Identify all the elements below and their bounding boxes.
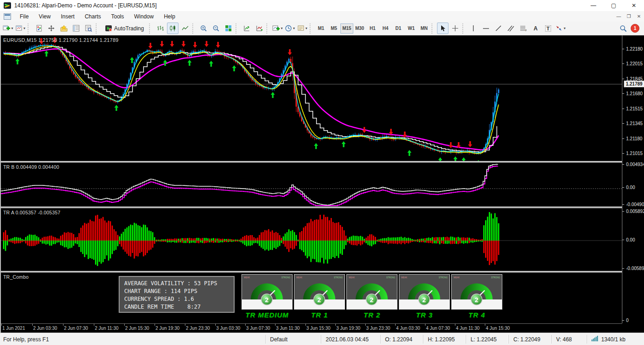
symbol-ohlc-label: EURUSD,M15 1.21758 1.21790 1.21744 1.217…	[3, 37, 119, 43]
market-watch-button[interactable]	[70, 23, 82, 34]
scale-tick	[622, 109, 624, 109]
buy-arrow-icon	[209, 61, 213, 67]
timeframe-mn-button[interactable]: MN	[418, 23, 431, 34]
buy-arrow-icon	[408, 150, 412, 156]
scale-tick	[622, 187, 624, 188]
arrows-tool-button[interactable]: ▾	[555, 23, 566, 34]
time-axis-label: 2 Jun 07:30	[64, 326, 88, 331]
toolbar: ▾ ▾ AutoTrading	[0, 22, 644, 35]
time-tick	[185, 324, 185, 326]
text-label-tool-button[interactable]: T	[542, 23, 554, 34]
scale-tick	[622, 164, 624, 165]
minimize-button[interactable]: —	[583, 0, 604, 11]
gauge-label: TR MEDIUM	[242, 311, 293, 319]
buy-arrow-icon	[130, 57, 134, 63]
timeframe-m1-button[interactable]: M1	[315, 23, 328, 34]
sell-arrow-icon	[149, 43, 153, 49]
timeframe-h4-button[interactable]: H4	[379, 23, 392, 34]
indicator-pane-tr-a[interactable]: TR A 0.005357 -0.005357	[1, 208, 622, 271]
crosshair-tool-button[interactable]	[449, 23, 461, 34]
dropdown-caret-icon: ▾	[293, 26, 295, 30]
svg-text:STRONG: STRONG	[439, 276, 448, 279]
menu-insert[interactable]: Insert	[56, 12, 80, 21]
indicator-pane-tr-b[interactable]: TR B 0.004409 0.004400	[1, 163, 622, 207]
candlestick-chart-button[interactable]	[167, 23, 178, 34]
notification-badge[interactable]: 1	[631, 24, 639, 33]
zoom-out-button[interactable]	[210, 23, 222, 34]
new-order-button[interactable]: ▾	[2, 23, 14, 34]
app-logo-icon	[4, 2, 11, 9]
time-axis[interactable]: 1 Jun 20212 Jun 03:302 Jun 07:302 Jun 11…	[1, 323, 622, 333]
time-axis-label: 4 Jun 07:30	[426, 326, 450, 331]
strategy-tester-button[interactable]	[241, 23, 253, 34]
crosshair-cursor-button[interactable]	[46, 23, 57, 34]
menu-window[interactable]: Window	[129, 12, 159, 21]
new-indicator-window-button[interactable]	[253, 23, 265, 34]
toolbar-separator	[462, 23, 466, 34]
time-tick	[305, 324, 306, 326]
menu-view[interactable]: View	[34, 12, 56, 21]
timeframe-w1-button[interactable]: W1	[405, 23, 418, 34]
text-tool-button[interactable]: A	[530, 23, 541, 34]
channel-tool-button[interactable]	[505, 23, 517, 34]
menu-help[interactable]: Help	[159, 12, 180, 21]
fibonacci-tool-button[interactable]: F	[518, 23, 529, 34]
price-scale[interactable]: 1.221801.220151.218451.216801.215151.213…	[622, 35, 644, 323]
price-scale-label: 1.22180	[626, 46, 643, 52]
main-price-pane[interactable]: EURUSD,M15 1.21758 1.21790 1.21744 1.217…	[1, 36, 622, 161]
indicator-pane-tr-combo[interactable]: TR_Combo AVERAGE VOLATILITY : 53 PIPS CH…	[1, 273, 622, 323]
timeframe-m15-button[interactable]: M15	[340, 23, 353, 34]
close-button[interactable]: ✕	[624, 0, 644, 11]
time-axis-label: 4 Jun 11:30	[456, 326, 480, 331]
menu-file[interactable]: File	[15, 12, 34, 21]
mdi-restore-button[interactable]: ❐	[624, 13, 634, 20]
toolbar-separator	[266, 23, 270, 34]
chart-window-icon[interactable]	[4, 13, 11, 20]
gauge-tr-3: WEAK STRONG 2 TR 3	[399, 274, 450, 320]
data-window-button[interactable]	[83, 23, 94, 34]
new-chart-button[interactable]: ▾	[15, 23, 26, 34]
bar-chart-button[interactable]	[155, 23, 166, 34]
profiles-button[interactable]	[33, 23, 45, 34]
time-axis-label: 3 Jun 23:30	[366, 326, 390, 331]
timeframe-m5-button[interactable]: M5	[328, 23, 340, 34]
mdi-close-button[interactable]: ✕	[634, 13, 644, 20]
indicators-button[interactable]: ▾	[272, 23, 283, 34]
menu-charts[interactable]: Charts	[80, 12, 106, 21]
window-title: 14106281: Alpari-Demo - Demo Account - […	[14, 2, 156, 9]
line-chart-button[interactable]	[179, 23, 191, 34]
buy-arrow-icon	[314, 143, 318, 149]
svg-text:2: 2	[370, 296, 374, 304]
status-profile[interactable]: Default	[265, 335, 321, 344]
dropdown-caret-icon: ▾	[281, 26, 282, 30]
scale-tick	[622, 211, 624, 212]
sell-arrow-icon	[160, 41, 164, 47]
tile-windows-button[interactable]	[223, 23, 234, 34]
dropdown-caret-icon: ▾	[305, 26, 307, 30]
horizontal-line-tool-button[interactable]	[480, 23, 492, 34]
favorites-button[interactable]	[58, 23, 69, 34]
toolbar-separator	[149, 23, 152, 34]
svg-text:2: 2	[475, 296, 478, 304]
time-axis-label: 3 Jun 19:30	[336, 326, 360, 331]
menu-tools[interactable]: Tools	[106, 12, 129, 21]
scale-tick	[622, 240, 624, 240]
trendline-tool-button[interactable]	[493, 23, 504, 34]
timeframe-h1-button[interactable]: H1	[366, 23, 379, 34]
vertical-line-tool-button[interactable]	[468, 23, 479, 34]
price-scale-label: 1.21180	[626, 136, 642, 141]
mdi-minimize-button[interactable]: —	[614, 13, 624, 20]
zoom-in-button[interactable]	[198, 23, 209, 34]
maximize-button[interactable]: ▢	[604, 0, 624, 11]
templates-button[interactable]: ▾	[297, 23, 308, 34]
toolbar-separator	[192, 23, 196, 34]
status-close: C: 1.22049	[508, 335, 551, 344]
timeframe-m30-button[interactable]: M30	[353, 23, 366, 34]
timeframe-d1-button[interactable]: D1	[392, 23, 405, 34]
periods-button[interactable]: ▾	[284, 23, 296, 34]
cursor-tool-button[interactable]	[437, 23, 448, 34]
search-icon[interactable]	[620, 25, 627, 32]
autotrading-button[interactable]: AutoTrading	[101, 22, 148, 35]
buy-arrow-icon	[438, 157, 443, 161]
scale-tick	[622, 138, 624, 139]
